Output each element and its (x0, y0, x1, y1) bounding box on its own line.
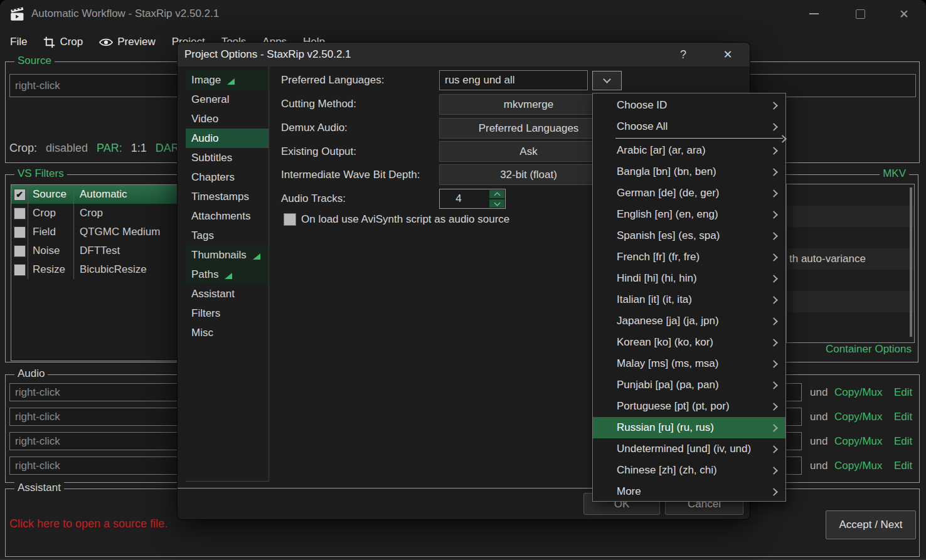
language-menu-item[interactable]: Japanese [ja] (ja, jpn) (593, 310, 785, 332)
minimize-button[interactable] (799, 0, 828, 28)
dialog-sidebar-item[interactable]: Timestamps (186, 187, 269, 206)
vs-filters-legend: VS Filters (14, 167, 67, 180)
filter-checkbox[interactable] (14, 189, 26, 201)
menu-file[interactable]: File (10, 36, 27, 48)
menu-preview[interactable]: Preview (99, 36, 155, 48)
dialog-sidebar-item[interactable]: Assistant (186, 284, 269, 304)
edit-link[interactable]: Edit (894, 383, 912, 401)
language-menu-item[interactable]: Choose All (593, 116, 785, 137)
assistant-message[interactable]: Click here to open a source file. (9, 517, 168, 531)
language-menu-item[interactable]: Portuguese [pt] (pt, por) (593, 396, 785, 417)
language-menu-item[interactable]: French [fr] (fr, fre) (593, 246, 785, 268)
avisynth-checkbox-label[interactable]: On load use AviSynth script as audio sou… (301, 213, 509, 226)
sidebar-item-label: Subtitles (191, 152, 232, 164)
menu-item-label: Russian [ru] (ru, rus) (617, 421, 714, 434)
expand-triangle-icon (227, 78, 235, 85)
language-menu-item[interactable]: Undetermined [und] (iv, und) (593, 438, 785, 460)
chevron-up-icon (494, 192, 500, 198)
menu-item-label: Choose All (617, 120, 668, 133)
copy-mux-link[interactable]: Copy/Mux (834, 383, 883, 401)
language-menu-item[interactable]: Hindi [hi] (hi, hin) (593, 268, 785, 289)
edit-link[interactable]: Edit (894, 457, 912, 475)
filter-category: Field (28, 223, 74, 241)
chevron-down-icon (603, 75, 611, 83)
wave-bit-depth-button[interactable]: 32-bit (float) (439, 164, 618, 185)
mkv-group-legend: MKV (880, 167, 909, 180)
track-language: und (810, 408, 828, 426)
dialog-sidebar-item[interactable]: Attachments (186, 206, 269, 226)
dialog-sidebar-item[interactable]: Tags (186, 226, 269, 245)
filter-checkbox[interactable] (14, 226, 26, 238)
language-menu-item[interactable]: Korean [ko] (ko, kor) (593, 332, 785, 353)
menu-item-label: Bangla [bn] (bn, ben) (617, 166, 716, 178)
chevron-down-icon (494, 199, 500, 206)
language-menu-item[interactable]: Punjabi [pa] (pa, pan) (593, 374, 785, 396)
filter-checkbox[interactable] (14, 208, 26, 219)
expand-triangle-icon (225, 273, 232, 279)
submenu-arrow-icon (770, 253, 778, 262)
stepper-value[interactable]: 4 (440, 189, 477, 208)
dialog-sidebar-item[interactable]: Chapters (186, 167, 269, 187)
language-menu-item[interactable]: Chinese [zh] (zh, chi) (593, 460, 785, 481)
language-menu-item[interactable]: Bangla [bn] (bn, ben) (593, 161, 785, 182)
maximize-button[interactable] (846, 0, 875, 28)
mkv-list-row[interactable] (787, 184, 914, 206)
language-menu-item[interactable]: German [de] (de, ger) (593, 182, 785, 204)
avisynth-checkbox[interactable] (284, 213, 296, 226)
cutting-method-label: Cutting Method: (281, 94, 356, 114)
demux-audio-button[interactable]: Preferred Languages (439, 118, 618, 139)
sidebar-item-label: Thumbnails (191, 249, 247, 262)
dialog-sidebar-item[interactable]: General (186, 90, 269, 109)
mkv-list-row[interactable]: th auto-variance (787, 248, 914, 270)
language-menu-item[interactable]: Russian [ru] (ru, rus) (593, 417, 785, 438)
assistant-group-legend: Assistant (14, 482, 64, 494)
dialog-sidebar-item[interactable]: Video (186, 109, 269, 129)
copy-mux-link[interactable]: Copy/Mux (834, 457, 883, 475)
dialog-sidebar-item[interactable]: Thumbnails (186, 245, 269, 265)
filter-checkbox[interactable] (14, 264, 26, 276)
edit-link[interactable]: Edit (894, 432, 912, 450)
filter-category: Source (28, 185, 74, 204)
language-menu-item[interactable]: English [en] (en, eng) (593, 204, 785, 225)
dialog-titlebar[interactable]: Project Options - StaxRip v2.50.2.1 ? ✕ (178, 43, 750, 66)
language-menu-item[interactable]: Malay [ms] (ms, msa) (593, 353, 785, 374)
dialog-sidebar-item[interactable]: Audio (186, 129, 269, 148)
preferred-languages-input[interactable] (439, 70, 588, 90)
edit-link[interactable]: Edit (894, 408, 912, 426)
crop-icon (43, 36, 55, 48)
dialog-sidebar-item[interactable]: Subtitles (186, 148, 269, 167)
mkv-list-row[interactable] (787, 291, 914, 312)
crop-value: disabled (46, 142, 88, 154)
language-menu-item[interactable]: Spanish [es] (es, spa) (593, 225, 785, 246)
mkv-list-row[interactable] (787, 312, 914, 334)
copy-mux-link[interactable]: Copy/Mux (834, 432, 883, 450)
titlebar[interactable]: Automatic Workflow - StaxRip v2.50.2.1 ✕ (0, 0, 926, 29)
existing-output-button[interactable]: Ask (439, 141, 618, 162)
accept-next-button[interactable]: Accept / Next (826, 510, 916, 539)
dialog-help-button[interactable]: ? (671, 43, 696, 66)
stepper-up-button[interactable] (489, 190, 504, 198)
track-language: und (810, 383, 828, 401)
stepper-down-button[interactable] (489, 199, 504, 208)
dialog-sidebar-item[interactable]: Paths (186, 265, 269, 284)
dialog-close-button[interactable]: ✕ (715, 43, 740, 66)
mkv-scrollbar[interactable] (910, 188, 912, 337)
dialog-sidebar-item[interactable]: Image (186, 70, 269, 90)
dialog-sidebar-item[interactable]: Filters (186, 304, 269, 323)
menu-crop[interactable]: Crop (43, 36, 83, 48)
language-menu-item[interactable]: Choose ID (593, 95, 785, 116)
sidebar-item-label: Tags (191, 230, 214, 242)
close-button[interactable]: ✕ (890, 0, 918, 28)
language-menu-item[interactable]: Italian [it] (it, ita) (593, 289, 785, 310)
language-menu-item[interactable]: More (593, 481, 785, 502)
copy-mux-link[interactable]: Copy/Mux (834, 408, 883, 426)
mkv-list-row[interactable] (787, 270, 914, 291)
languages-dropdown-button[interactable] (592, 71, 622, 90)
dialog-sidebar-item[interactable]: Misc (186, 323, 269, 342)
cutting-method-button[interactable]: mkvmerge (439, 94, 618, 115)
filter-checkbox[interactable] (14, 245, 26, 257)
mkv-list-row[interactable] (787, 227, 914, 248)
container-options-link[interactable]: Container Options (826, 343, 912, 356)
language-menu-item[interactable]: Arabic [ar] (ar, ara) (593, 140, 785, 161)
mkv-list-row[interactable] (787, 206, 914, 227)
